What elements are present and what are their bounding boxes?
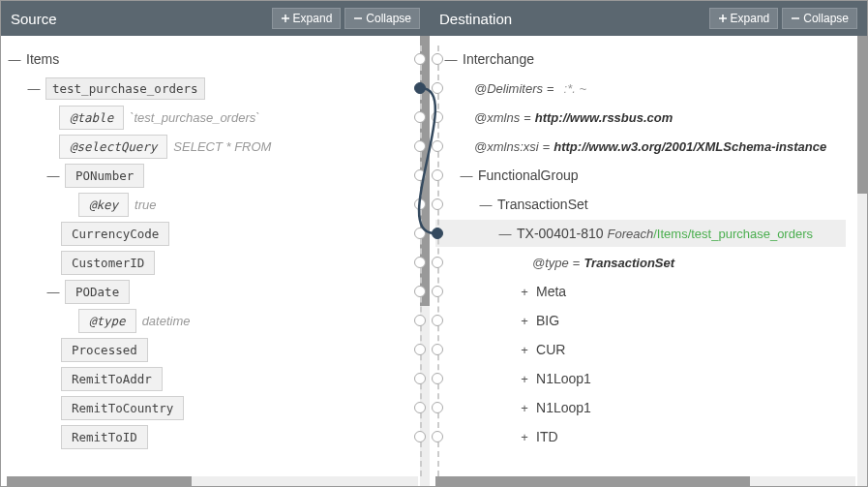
toggle-expand-icon[interactable]: + (517, 429, 532, 444)
port[interactable] (414, 257, 426, 268)
minus-icon (353, 14, 363, 23)
attr-key-val: true (135, 198, 156, 212)
expand-label: Expand (731, 12, 770, 25)
eq: = (547, 81, 554, 96)
port-connected[interactable] (432, 228, 443, 239)
toggle-icon[interactable]: — (459, 167, 474, 183)
dest-expand-button[interactable]: Expand (709, 8, 779, 29)
tree-node-big[interactable]: BIG (536, 313, 559, 328)
port[interactable] (432, 431, 443, 442)
attr-type[interactable]: @type (78, 309, 136, 333)
toggle-expand-icon[interactable]: + (517, 284, 532, 299)
tree-node-itd[interactable]: ITD (536, 429, 558, 444)
foreach-label: Foreach (608, 227, 654, 241)
tree-node-items[interactable]: Items (26, 51, 59, 67)
source-port-column (412, 36, 430, 486)
port[interactable] (414, 402, 426, 413)
expand-label: Expand (293, 12, 333, 25)
dest-collapse-button[interactable]: Collapse (782, 8, 857, 29)
port[interactable] (414, 431, 426, 442)
toggle-icon[interactable]: — (478, 197, 494, 212)
port[interactable] (432, 82, 443, 94)
attr-key[interactable]: @key (78, 193, 129, 217)
toggle-expand-icon[interactable]: + (517, 400, 532, 415)
port[interactable] (432, 344, 443, 355)
port[interactable] (414, 344, 426, 355)
port[interactable] (414, 373, 426, 384)
tree-node-currency[interactable]: CurrencyCode (61, 222, 169, 246)
source-hscroll[interactable] (7, 476, 418, 486)
tree-node-podate[interactable]: PODate (65, 280, 130, 304)
port[interactable] (414, 286, 426, 297)
attr-type-dest[interactable]: @type (532, 256, 569, 270)
source-tree[interactable]: — Items — test_purchase_orders @table `t… (1, 36, 414, 486)
dest-port-column (430, 36, 447, 486)
port[interactable] (432, 315, 443, 326)
attr-xsi-val: http://www.w3.org/2001/XMLSchema-instanc… (554, 139, 826, 154)
dest-vscroll[interactable] (857, 36, 867, 486)
attr-xsi[interactable]: @xmlns:xsi (474, 139, 539, 154)
toggle-expand-icon[interactable]: + (517, 371, 532, 386)
eq: = (524, 110, 531, 125)
port[interactable] (432, 169, 443, 181)
tree-node-tx[interactable]: TX-00401-810 (517, 226, 604, 241)
tree-node-remittoaddr[interactable]: RemitToAddr (61, 367, 163, 391)
toggle-icon[interactable]: — (26, 80, 42, 96)
source-collapse-button[interactable]: Collapse (344, 8, 420, 29)
attr-delimiters[interactable]: @Delimiters (474, 81, 543, 96)
toggle-expand-icon[interactable]: + (517, 342, 532, 357)
tree-node-remittoid[interactable]: RemitToID (61, 425, 148, 449)
attr-xmlns-val: http://www.rssbus.com (535, 110, 673, 125)
port[interactable] (432, 373, 443, 384)
eq: = (573, 256, 581, 270)
tree-node-n1b[interactable]: N1Loop1 (536, 400, 591, 415)
source-title: Source (11, 11, 57, 27)
source-expand-button[interactable]: Expand (272, 8, 342, 29)
tree-node-fg[interactable]: FunctionalGroup (478, 167, 579, 183)
port[interactable] (432, 402, 443, 413)
port[interactable] (432, 111, 443, 123)
port[interactable] (432, 53, 443, 65)
toggle-icon[interactable]: — (45, 167, 61, 183)
port[interactable] (414, 111, 426, 123)
attr-delimiters-val: :*. ~ (564, 81, 587, 96)
dest-header: Destination Expand Collapse (430, 1, 867, 36)
attr-table-val: `test_purchase_orders` (130, 110, 259, 125)
port[interactable] (414, 53, 426, 65)
port[interactable] (414, 315, 426, 326)
tree-node-ponumber[interactable]: PONumber (65, 164, 144, 188)
attr-selectquery[interactable]: @selectQuery (59, 135, 167, 159)
eq: = (543, 139, 551, 154)
tree-node-processed[interactable]: Processed (61, 338, 148, 362)
tree-node-ts[interactable]: TransactionSet (497, 197, 588, 212)
attr-table[interactable]: @table (59, 106, 124, 130)
tree-node-cur[interactable]: CUR (536, 342, 565, 357)
attr-type-dest-val: TransactionSet (584, 256, 674, 270)
port[interactable] (414, 140, 426, 152)
toggle-expand-icon[interactable]: + (517, 313, 532, 328)
dest-tree[interactable]: — Interchange @Delimiters = :*. ~ @xmlns… (430, 36, 852, 486)
toggle-icon[interactable]: — (7, 51, 22, 67)
port[interactable] (432, 198, 443, 210)
port[interactable] (432, 257, 443, 268)
plus-icon (718, 14, 728, 23)
dest-hscroll[interactable] (435, 476, 855, 486)
plus-icon (281, 14, 290, 23)
minus-icon (791, 14, 800, 23)
tree-node-remittocountry[interactable]: RemitToCountry (61, 396, 184, 420)
port[interactable] (414, 169, 426, 181)
attr-selectquery-val: SELECT * FROM (173, 139, 271, 154)
tree-node-interchange[interactable]: Interchange (463, 51, 534, 67)
tree-node-n1a[interactable]: N1Loop1 (536, 371, 591, 386)
port-connected[interactable] (414, 82, 426, 94)
tree-node-meta[interactable]: Meta (536, 284, 566, 299)
port[interactable] (432, 286, 443, 297)
tree-node-customerid[interactable]: CustomerID (61, 251, 155, 275)
toggle-icon[interactable]: — (497, 226, 513, 241)
port[interactable] (414, 198, 426, 210)
toggle-icon[interactable]: — (45, 284, 61, 299)
port[interactable] (414, 228, 426, 239)
tree-node-table[interactable]: test_purchase_orders (45, 77, 205, 100)
attr-xmlns[interactable]: @xmlns (474, 110, 520, 125)
port[interactable] (432, 140, 443, 152)
